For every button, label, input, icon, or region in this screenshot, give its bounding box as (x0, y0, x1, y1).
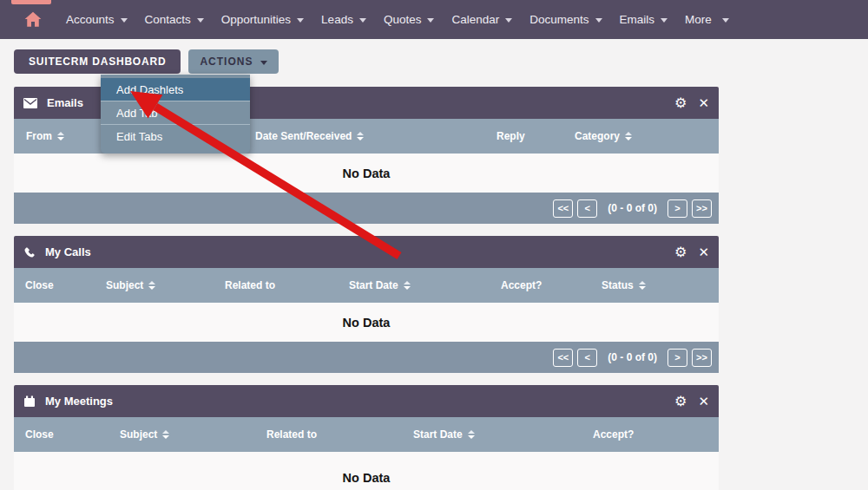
nav-item-more[interactable]: More (676, 0, 738, 39)
nav-item-contacts[interactable]: Contacts (136, 0, 213, 39)
dashlet-my-calls: My Calls ⚙ ✕ Close Subject Related to St… (14, 236, 719, 373)
column-header-date-sent-received[interactable]: Date Sent/Received (255, 119, 364, 154)
actions-button[interactable]: ACTIONS (188, 49, 279, 74)
column-header-close: Close (25, 417, 54, 452)
pagination-bar: << < (0 - 0 of 0) > >> (14, 193, 719, 224)
sort-icon[interactable] (468, 430, 475, 439)
pagination-range: (0 - 0 of 0) (608, 351, 657, 363)
pagination-range: (0 - 0 of 0) (608, 202, 657, 214)
dashlet-my-meetings: My Meetings ⚙ ✕ Close Subject Related to… (14, 385, 719, 490)
nav-item-accounts[interactable]: Accounts (57, 0, 136, 39)
dashlet-title: My Calls (45, 245, 91, 258)
nav-item-calendar[interactable]: Calendar (443, 0, 521, 39)
pagination-bar: << < (0 - 0 of 0) > >> (14, 342, 719, 373)
nav-item-quotes[interactable]: Quotes (375, 0, 444, 39)
chevron-down-icon (661, 18, 667, 23)
column-header-reply: Reply (496, 119, 525, 154)
chevron-down-icon (505, 18, 512, 23)
no-data-text: No Data (343, 316, 391, 330)
column-label: Accept? (593, 428, 634, 441)
nav-item-label: Leads (321, 13, 353, 26)
gear-icon[interactable]: ⚙ (674, 245, 687, 259)
dashlet-header[interactable]: My Calls ⚙ ✕ (14, 236, 719, 268)
pagination-last-button[interactable]: >> (692, 199, 712, 218)
gear-icon[interactable]: ⚙ (674, 395, 687, 408)
sort-icon[interactable] (625, 132, 632, 140)
nav-item-emails[interactable]: Emails (611, 0, 677, 39)
main-menu: Accounts Contacts Opportunities Leads Qu… (57, 0, 738, 39)
pagination-first-button[interactable]: << (553, 199, 573, 218)
column-label: From (26, 130, 52, 142)
sort-icon[interactable] (148, 281, 155, 290)
column-header-from[interactable]: From (26, 119, 64, 154)
column-header-close: Close (25, 268, 54, 303)
column-label: Subject (120, 428, 157, 441)
nav-item-documents[interactable]: Documents (521, 0, 610, 39)
menu-item-add-dashlets[interactable]: Add Dashlets (101, 78, 250, 101)
column-label: Close (25, 428, 54, 441)
column-label: Close (25, 279, 54, 291)
chevron-down-icon (427, 18, 434, 23)
pagination-prev-button[interactable]: < (577, 199, 597, 218)
chevron-down-icon (722, 18, 729, 23)
chevron-down-icon (260, 61, 267, 65)
sort-icon[interactable] (639, 281, 646, 290)
nav-item-label: Contacts (145, 13, 191, 26)
column-label: Related to (225, 279, 275, 291)
column-header-subject[interactable]: Subject (120, 417, 169, 452)
active-tab-accent-bar (11, 0, 51, 4)
column-header-accept: Accept? (593, 417, 634, 452)
dashlet-title: My Meetings (45, 395, 113, 408)
column-label: Start Date (349, 279, 398, 291)
column-label: Reply (496, 130, 525, 142)
close-icon[interactable]: ✕ (698, 245, 709, 258)
dashlet-body: No Data (14, 154, 719, 193)
home-icon (24, 11, 42, 28)
menu-item-add-tab[interactable]: Add Tab (101, 101, 250, 125)
dashlet-title: Emails (47, 96, 83, 109)
nav-item-leads[interactable]: Leads (312, 0, 375, 39)
gear-icon[interactable]: ⚙ (674, 96, 687, 110)
menu-item-edit-tabs[interactable]: Edit Tabs (101, 125, 250, 148)
dashlet-header[interactable]: My Meetings ⚙ ✕ (14, 385, 719, 417)
column-header-status[interactable]: Status (602, 268, 646, 303)
envelope-icon (23, 98, 37, 108)
close-icon[interactable]: ✕ (698, 96, 709, 109)
pagination-last-button[interactable]: >> (692, 349, 712, 367)
nav-item-label: Accounts (66, 13, 115, 26)
column-header-category[interactable]: Category (575, 119, 632, 154)
chevron-down-icon (297, 18, 304, 23)
no-data-text: No Data (343, 167, 391, 180)
pagination-prev-button[interactable]: < (577, 349, 597, 367)
nav-item-opportunities[interactable]: Opportunities (213, 0, 312, 39)
sort-icon[interactable] (357, 132, 364, 140)
nav-item-label: Documents (529, 13, 589, 26)
column-label: Subject (106, 279, 143, 291)
nav-item-label: Opportunities (221, 13, 291, 26)
column-label: Accept? (501, 279, 542, 291)
sort-icon[interactable] (404, 281, 411, 290)
sort-icon[interactable] (57, 132, 64, 140)
home-button[interactable] (16, 11, 50, 28)
close-icon[interactable]: ✕ (698, 395, 709, 408)
pagination-first-button[interactable]: << (553, 349, 573, 367)
chevron-down-icon (121, 18, 128, 23)
column-header-related-to: Related to (225, 268, 275, 303)
column-header-start-date[interactable]: Start Date (349, 268, 411, 303)
column-label: Related to (266, 428, 317, 441)
actions-button-label: ACTIONS (200, 56, 253, 68)
column-header-accept: Accept? (501, 268, 542, 303)
calendar-icon (23, 395, 36, 408)
actions-dropdown-menu: Add Dashlets Add Tab Edit Tabs (101, 75, 250, 154)
pagination-next-button[interactable]: > (667, 349, 687, 367)
nav-item-label: Emails (620, 13, 655, 26)
suitecrm-dashboard-page: Accounts Contacts Opportunities Leads Qu… (0, 0, 868, 490)
column-header-start-date[interactable]: Start Date (413, 417, 475, 452)
sort-icon[interactable] (162, 430, 169, 439)
chevron-down-icon (595, 18, 602, 23)
suitecrm-dashboard-tab[interactable]: SUITECRM DASHBOARD (14, 49, 181, 74)
column-header-subject[interactable]: Subject (106, 268, 155, 303)
pagination-next-button[interactable]: > (667, 199, 687, 218)
column-header-row: Close Subject Related to Start Date Acce… (14, 417, 719, 452)
phone-icon (23, 246, 36, 258)
